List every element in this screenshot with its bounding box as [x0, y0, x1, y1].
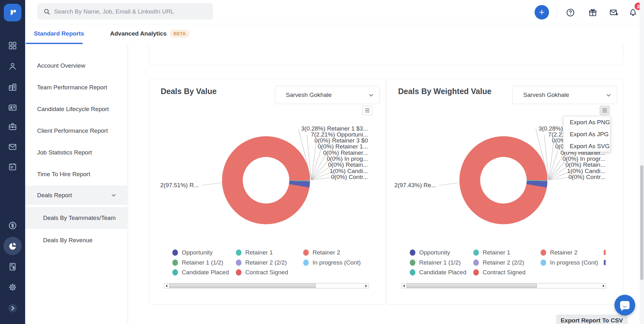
export-as-jpg-item[interactable]: Export As JPG [564, 128, 610, 140]
email-icon[interactable] [3, 137, 22, 156]
page-scrollbar[interactable] [640, 0, 644, 324]
quick-add-button[interactable]: + [535, 5, 549, 20]
legend-item[interactable]: Opportunity [410, 249, 450, 256]
chart-context-menu-button[interactable] [600, 106, 610, 115]
reports-icon[interactable] [3, 237, 22, 255]
legend-item[interactable]: Candidate Placed [410, 269, 466, 276]
legend-item[interactable]: Retainer 2 (2/2) [473, 259, 524, 266]
tab-standard-reports[interactable]: Standard Reports [34, 24, 84, 43]
reports-tab-bar: Standard Reports Advanced Analytics BETA [25, 24, 644, 44]
gift-icon[interactable] [587, 7, 598, 18]
legend-item[interactable]: Contract Signed [236, 269, 288, 276]
teammate-filter-value: Sarvesh Gokhale [523, 92, 607, 98]
slice-label: 0(0%) Contr... [505, 174, 605, 181]
calendar-icon[interactable] [3, 157, 22, 176]
app-logo[interactable] [4, 4, 21, 21]
tab-advanced-analytics[interactable]: Advanced Analytics BETA [110, 24, 190, 43]
sidebar-item-account-overview[interactable]: Account Overview [25, 58, 128, 74]
legend-scrollbar[interactable] [164, 283, 369, 288]
chat-launcher-button[interactable] [614, 295, 635, 316]
page-scrollbar-thumb[interactable] [640, 165, 643, 280]
legend-item[interactable]: Retainer 2 [541, 249, 578, 256]
scroll-left-arrow[interactable] [164, 283, 169, 288]
export-as-png-item[interactable]: Export As PNG [564, 116, 610, 128]
settings-icon[interactable] [3, 278, 22, 297]
legend-item[interactable]: In progress (Cont) [303, 259, 361, 266]
legend-item[interactable]: Retainer 1 (1/2) [410, 259, 461, 266]
legend-dot [172, 260, 178, 266]
scroll-left-arrow[interactable] [402, 283, 406, 288]
sidebar-item-deals-by-revenue[interactable]: Deals By Revenue [25, 229, 128, 251]
export-dropdown-menu: Export As PNG Export As JPG Export As SV… [563, 116, 610, 152]
tab-standard-reports-label: Standard Reports [34, 30, 84, 37]
legend-dot [473, 260, 479, 266]
slice-label-main: 2(97.43%) Re... [393, 182, 436, 189]
chevron-down-icon [369, 92, 373, 97]
sidebar-item-client-performance[interactable]: Client Performance Report [25, 123, 128, 139]
legend-item[interactable]: Retainer 2 [303, 249, 340, 256]
slice-label: 0(0%) Contr... [267, 174, 368, 181]
legend-dot [172, 269, 178, 276]
expand-rail-icon[interactable] [3, 299, 22, 318]
chat-bubble-icon [620, 301, 630, 309]
sidebar-item-deals-by-teammates[interactable]: Deals By Teammates/Team [25, 207, 128, 229]
tab-advanced-analytics-label: Advanced Analytics [110, 30, 167, 37]
legend-item[interactable]: Candidate Placed [172, 269, 229, 276]
header-divider [557, 6, 557, 19]
legend-dot-partial [604, 250, 606, 255]
search-icon [43, 8, 50, 15]
legend-item[interactable]: Contract Signed [473, 269, 525, 276]
export-report-to-csv-button[interactable]: Export Report To CSV [556, 315, 628, 324]
chart-title: Deals By Value [161, 87, 217, 96]
legend-item[interactable]: Retainer 2 (2/2) [236, 259, 287, 266]
help-icon[interactable] [565, 7, 576, 18]
deals-by-value-card: Deals By Value Sarvesh Gokhale 3(0.28%) … [149, 79, 386, 305]
sidebar-item-time-to-hire[interactable]: Time To Hire Report [25, 166, 128, 182]
search-input[interactable] [54, 8, 205, 15]
legend-dot [541, 260, 546, 266]
legend-dot [172, 249, 178, 256]
companies-icon[interactable] [3, 78, 22, 97]
scrollbar-thumb[interactable] [169, 284, 316, 288]
contacts-icon[interactable] [3, 98, 22, 117]
legend-item[interactable]: In progress (Cont) [541, 259, 598, 266]
teammate-filter-dropdown[interactable]: Sarvesh Gokhale [275, 86, 380, 104]
teammate-filter-value: Sarvesh Gokhale [286, 92, 370, 98]
export-as-svg-item[interactable]: Export As SVG [564, 140, 610, 152]
scroll-right-arrow[interactable] [364, 283, 369, 288]
legend-dot [236, 269, 242, 276]
slice-label: 0(0%) Retainer 1... [267, 143, 368, 150]
sidebar-item-candidate-lifecycle[interactable]: Candidate Lifecycle Report [25, 101, 128, 117]
legend-dot [473, 249, 479, 256]
global-search[interactable] [37, 3, 213, 20]
scrollbar-thumb[interactable] [407, 284, 537, 288]
mail-plus-icon[interactable] [608, 7, 619, 18]
legend-dot [410, 269, 415, 276]
candidates-icon[interactable] [3, 57, 22, 75]
jobs-icon[interactable] [3, 117, 22, 136]
legend-scrollbar[interactable] [401, 283, 606, 288]
chart-context-menu-button[interactable] [362, 106, 372, 115]
sidebar-item-deals-report[interactable]: Deals Report [25, 186, 128, 205]
nav-rail [0, 0, 25, 324]
slice-label: 0(0%) Retain... [267, 161, 368, 168]
deals-icon[interactable] [3, 216, 22, 235]
deals-by-weighted-value-card: Deals By Weighted Value Sarvesh Gokhale … [386, 79, 623, 305]
scroll-right-arrow[interactable] [601, 283, 606, 288]
sidebar-item-job-statistics[interactable]: Job Statistics Report [25, 144, 128, 161]
legend-item[interactable]: Retainer 1 [236, 249, 273, 256]
reports-sidebar: Account Overview Team Performance Report… [25, 44, 128, 324]
dashboard-icon[interactable] [3, 36, 22, 55]
logo-glyph [7, 7, 18, 18]
legend-item[interactable]: Opportunity [172, 249, 213, 256]
teammate-filter-dropdown[interactable]: Sarvesh Gokhale [512, 86, 617, 104]
top-header: + 2 [25, 0, 644, 24]
legend-item[interactable]: Retainer 1 [473, 249, 510, 256]
legend-dot [541, 249, 546, 256]
invoices-icon[interactable] [3, 257, 22, 276]
sidebar-item-team-performance[interactable]: Team Performance Report [25, 79, 128, 96]
legend-dot [303, 260, 309, 266]
legend-item[interactable]: Retainer 1 (1/2) [172, 259, 223, 266]
active-tab-underline [26, 43, 83, 44]
legend-dot [303, 249, 309, 256]
